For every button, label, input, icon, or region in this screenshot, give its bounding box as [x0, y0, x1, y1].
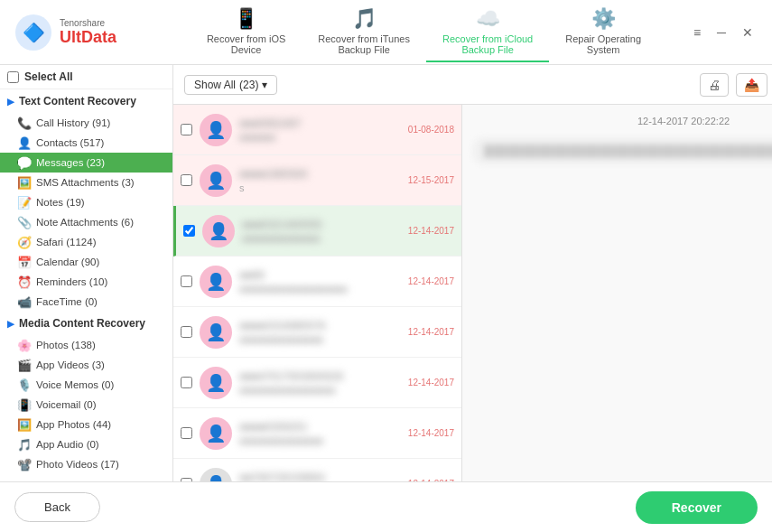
- logo-name: UltData: [60, 28, 116, 47]
- section-app-data-header[interactable]: ▶ App Data Recovery: [0, 474, 172, 481]
- sidebar-item-safari[interactable]: 🧭 Safari (1124): [0, 232, 172, 252]
- voice-memos-label: Voice Memos (0): [36, 379, 114, 390]
- app-videos-label: App Videos (3): [36, 359, 105, 370]
- message-item-5[interactable]: 👤 ■■■■3316985576 ■■■■■■■■■■■■■■ 12-14-20…: [173, 307, 461, 358]
- sidebar-item-voice-memos[interactable]: 🎙️ Voice Memos (0): [0, 375, 172, 395]
- itunes-icon: 🎵: [352, 7, 377, 31]
- sidebar-item-app-videos[interactable]: 🎬 App Videos (3): [0, 355, 172, 375]
- message-date-7: 12-14-2017: [408, 428, 454, 438]
- close-button[interactable]: ✕: [738, 23, 758, 42]
- sidebar-item-facetime[interactable]: 📹 FaceTime (0): [0, 292, 172, 312]
- message-preview-1: ■■■■■■: [239, 132, 401, 143]
- show-all-label: Show All: [194, 79, 236, 91]
- message-name-4: ■■99: [239, 269, 401, 282]
- safari-label: Safari (1124): [36, 237, 96, 247]
- message-preview-3: ■■■■■■■■■■■■■: [242, 233, 401, 244]
- tab-itunes[interactable]: 🎵 Recover from iTunes Backup File: [302, 2, 426, 62]
- export-button[interactable]: 📤: [736, 73, 767, 97]
- message-item-8[interactable]: 👤 ■■760729159894 ■, ... 12-14-2017: [173, 459, 461, 481]
- message-item-7[interactable]: 👤 ■■■■0309251 ■■■■■■■■■■■■■■ 12-14-2017: [173, 408, 461, 459]
- message-date-3: 12-14-2017: [408, 226, 454, 236]
- section-text-label: Text Content Recovery: [19, 95, 136, 107]
- message-checkbox-7[interactable]: [181, 427, 192, 439]
- back-button[interactable]: Back: [14, 492, 100, 522]
- message-checkbox-3[interactable]: [183, 225, 195, 237]
- message-name-6: ■■■47017003600029: [239, 370, 401, 383]
- avatar-2: 👤: [200, 164, 232, 197]
- tab-icloud[interactable]: ☁️ Recover from iCloud Backup File: [426, 2, 549, 62]
- sidebar-item-app-photos[interactable]: 🖼️ App Photos (44): [0, 415, 172, 434]
- message-item-3[interactable]: 👤 ■■■0321400555 ■■■■■■■■■■■■■ 12-14-2017: [173, 206, 461, 257]
- select-all-row[interactable]: Select All: [0, 65, 172, 89]
- sidebar-item-sms-attachments[interactable]: 🖼️ SMS Attachments (3): [0, 173, 172, 192]
- message-name-7: ■■■■0309251: [239, 421, 401, 434]
- icloud-icon: ☁️: [476, 7, 500, 31]
- tab-ios-label: Recover from iOS Device: [207, 33, 285, 55]
- show-all-button[interactable]: Show All (23) ▾: [184, 75, 277, 95]
- message-date-2: 12-15-2017: [408, 175, 454, 185]
- sms-attachments-label: SMS Attachments (3): [36, 177, 135, 188]
- print-button[interactable]: 🖨: [700, 73, 729, 97]
- sidebar-item-call-history[interactable]: 📞 Call History (91): [0, 113, 172, 133]
- sidebar-item-photo-videos[interactable]: 📽️ Photo Videos (17): [0, 454, 172, 474]
- section-text-header[interactable]: ▶ Text Content Recovery: [0, 89, 172, 113]
- message-date-1: 01-08-2018: [408, 125, 454, 135]
- message-checkbox-2[interactable]: [181, 174, 192, 186]
- facetime-label: FaceTime (0): [36, 296, 98, 307]
- sidebar-item-notes[interactable]: 📝 Notes (19): [0, 192, 172, 212]
- message-checkbox-4[interactable]: [181, 275, 192, 287]
- safari-icon: 🧭: [18, 236, 31, 248]
- recover-button[interactable]: Recover: [636, 491, 758, 524]
- message-item-4[interactable]: 👤 ■■99 ■■■■■■■■■■■■■■■■■■ 12-14-2017: [173, 257, 461, 307]
- content-area: Show All (23) ▾ 🖨 📤 🔍: [173, 65, 772, 481]
- sidebar-item-reminders[interactable]: ⏰ Reminders (10): [0, 272, 172, 292]
- detail-bubble-content: ████████████████████████████████████████…: [484, 145, 772, 157]
- message-item-1[interactable]: 👤 ■■■5952497 ■■■■■■ 01-08-2018: [173, 105, 461, 155]
- window-controls: ≡ ─ ✕: [689, 23, 758, 42]
- tab-ios[interactable]: 📱 Recover from iOS Device: [191, 2, 302, 62]
- message-info-4: ■■99 ■■■■■■■■■■■■■■■■■■: [239, 269, 401, 294]
- message-info-7: ■■■■0309251 ■■■■■■■■■■■■■■: [239, 421, 401, 446]
- message-info-8: ■■760729159894 ■, ...: [239, 471, 401, 482]
- reminders-icon: ⏰: [18, 275, 31, 288]
- contacts-label: Contacts (517): [36, 137, 104, 148]
- tab-repair[interactable]: ⚙️ Repair Operating System: [549, 2, 657, 62]
- calendar-label: Calendar (90): [36, 257, 99, 267]
- minimize-button[interactable]: ─: [712, 23, 730, 42]
- sidebar-item-messages[interactable]: 💬 Messages (23): [0, 153, 172, 173]
- message-item-2[interactable]: 👤 ■■■■1985500 s 12-15-2017: [173, 155, 461, 206]
- sidebar: Select All ▶ Text Content Recovery 📞 Cal…: [0, 65, 173, 481]
- message-preview-5: ■■■■■■■■■■■■■■: [239, 334, 401, 345]
- app-audio-label: App Audio (0): [36, 439, 99, 450]
- section-media-icon: ▶: [7, 319, 14, 329]
- section-text-icon: ▶: [7, 97, 14, 107]
- message-checkbox-5[interactable]: [181, 326, 192, 338]
- message-info-3: ■■■0321400555 ■■■■■■■■■■■■■: [242, 219, 401, 244]
- export-icon: 📤: [744, 78, 759, 92]
- select-all-checkbox[interactable]: [7, 71, 19, 83]
- sidebar-item-contacts[interactable]: 👤 Contacts (517): [0, 133, 172, 153]
- message-info-2: ■■■■1985500 s: [239, 168, 401, 193]
- avatar-8: 👤: [200, 468, 232, 482]
- message-checkbox-1[interactable]: [181, 124, 192, 135]
- nav-tabs: 📱 Recover from iOS Device 🎵 Recover from…: [159, 2, 689, 62]
- note-attachments-label: Note Attachments (6): [36, 217, 134, 228]
- message-item-6[interactable]: 👤 ■■■47017003600029 ■■■■■■■■■■■■■■■■ 12-…: [173, 358, 461, 408]
- sidebar-item-voicemail[interactable]: 📳 Voicemail (0): [0, 395, 172, 415]
- section-media-label: Media Content Recovery: [19, 317, 145, 330]
- message-date-5: 12-14-2017: [408, 327, 454, 337]
- message-checkbox-6[interactable]: [181, 377, 192, 388]
- sidebar-item-calendar[interactable]: 📅 Calendar (90): [0, 252, 172, 272]
- section-media-header[interactable]: ▶ Media Content Recovery: [0, 312, 172, 335]
- avatar-5: 👤: [200, 316, 232, 349]
- menu-button[interactable]: ≡: [689, 23, 705, 42]
- contacts-icon: 👤: [18, 136, 31, 149]
- message-preview-4: ■■■■■■■■■■■■■■■■■■: [239, 284, 401, 294]
- sidebar-item-app-audio[interactable]: 🎵 App Audio (0): [0, 434, 172, 454]
- message-date-6: 12-14-2017: [408, 378, 454, 387]
- sidebar-item-note-attachments[interactable]: 📎 Note Attachments (6): [0, 212, 172, 232]
- photo-videos-label: Photo Videos (17): [36, 459, 119, 470]
- ios-icon: 📱: [234, 7, 258, 31]
- sidebar-item-photos[interactable]: 🌸 Photos (138): [0, 335, 172, 355]
- voicemail-icon: 📳: [18, 398, 31, 411]
